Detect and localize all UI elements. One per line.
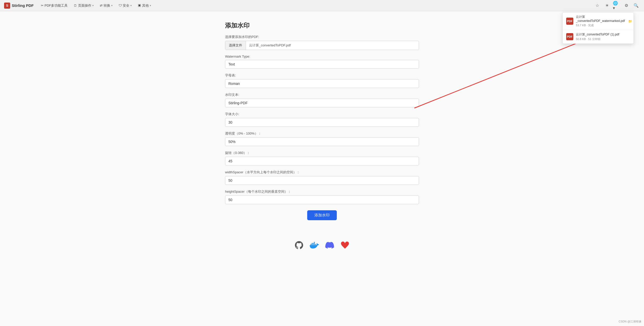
add-watermark-button[interactable]: 添加水印 [307,210,337,220]
width-spacer-input[interactable] [225,176,419,185]
footer [225,236,419,255]
convert-label: ⇄ 转换 [100,3,110,8]
opacity-input[interactable] [225,137,419,146]
file-label: 选择要添加水印的PDF: [225,35,419,39]
font-group: 字母表: [225,73,419,88]
watermark-text-group: 水印文本: [225,93,419,107]
main-content: 添加水印 选择要添加水印的PDF: 选择文件 云计算_convertedToPD… [220,11,424,265]
file-input-row[interactable]: 选择文件 云计算_convertedToPDF.pdf [225,41,419,50]
brand[interactable]: S Stirling PDF [4,3,34,9]
download-popup: PDF 云计算_convertedToPDF_watermarked.pdf 5… [562,12,634,44]
pdf-icon-1: PDF [566,18,573,25]
security-label: 🛡 安全 [119,3,130,8]
download-actions-1: 📁 ↗ [627,18,634,24]
height-spacer-input[interactable] [225,195,419,204]
download-info-1: 云计算_convertedToPDF_watermarked.pdf 53.7 … [576,15,625,27]
watermark-type-label: Watermark Type: [225,55,419,58]
brand-name: Stirling PDF [12,3,34,8]
download-meta-1: 53.7 KB · 完成 [576,23,625,27]
sun-icon[interactable]: ☀ [603,2,611,9]
font-label: 字母表: [225,73,419,78]
nav-icons: ☆ ☀ 🌐 ▾ ⚙ 🔍 [593,2,640,9]
other-caret: ▾ [150,4,151,7]
search-icon[interactable]: 🔍 [632,2,640,9]
selected-filename: 云计算_convertedToPDF.pdf [246,41,419,50]
favorite-icon[interactable]: ☆ [593,2,601,9]
page-ops-caret: ▾ [92,4,94,7]
download-item-2[interactable]: PDF 云计算_convertedToPDF (1).pdf 50.8 KB ·… [563,30,634,44]
width-spacer-label: widthSpacer（水平方向上每个水印之间的空间）： [225,170,419,175]
download-item-1[interactable]: PDF 云计算_convertedToPDF_watermarked.pdf 5… [563,12,634,30]
download-filename-1: 云计算_convertedToPDF_watermarked.pdf [576,15,625,23]
watermark-text-label: 水印文本: [225,93,419,97]
font-size-input[interactable] [225,118,419,127]
nav-security[interactable]: 🛡 安全 ▾ [117,2,134,9]
font-size-group: 字体大小: [225,112,419,127]
rotation-label: 旋转（0-360）： [225,151,419,155]
other-label: ▣ 其他 [138,3,149,8]
download-meta-2: 50.8 KB · 51 分钟前 [576,37,630,41]
file-group: 选择要添加水印的PDF: 选择文件 云计算_convertedToPDF.pdf [225,35,419,50]
nav-convert[interactable]: ⇄ 转换 ▾ [98,2,115,9]
height-spacer-label: heightSpacer（每个水印之间的垂直空间）： [225,189,419,194]
heart-icon[interactable] [340,241,350,250]
watermark-text-input[interactable] [225,99,419,107]
watermark-type-group: Watermark Type: [225,55,419,69]
github-icon[interactable] [294,241,304,250]
brand-logo: S [4,3,10,9]
navbar: S Stirling PDF ✂ PDF多功能工具 🗋 页面操作 ▾ ⇄ 转换 … [0,0,644,11]
watermark-type-input[interactable] [225,60,419,69]
download-filename-2: 云计算_convertedToPDF (1).pdf [576,33,630,37]
nav-page-ops[interactable]: 🗋 页面操作 ▾ [72,2,96,9]
pdf-tools-label: ✂ PDF多功能工具 [41,3,68,8]
rotation-group: 旋转（0-360）： [225,151,419,165]
open-folder-icon-1[interactable]: 📁 [627,18,633,24]
opacity-label: 透明度（0% - 100%）： [225,131,419,136]
nav-pdf-tools[interactable]: ✂ PDF多功能工具 [39,2,70,9]
discord-icon[interactable] [325,241,334,250]
rotation-input[interactable] [225,157,419,165]
pdf-icon-2: PDF [566,33,573,40]
font-input[interactable] [225,79,419,88]
nav-other[interactable]: ▣ 其他 ▾ [136,2,153,9]
height-spacer-group: heightSpacer（每个水印之间的垂直空间）： [225,189,419,204]
download-info-2: 云计算_convertedToPDF (1).pdf 50.8 KB · 51 … [576,33,630,41]
convert-caret: ▾ [111,4,113,7]
font-size-label: 字体大小: [225,112,419,116]
opacity-group: 透明度（0% - 100%）： [225,131,419,146]
gear-icon[interactable]: ⚙ [623,2,630,9]
globe-icon[interactable]: 🌐 ▾ [613,2,621,9]
page-ops-label: 🗋 页面操作 [74,3,91,8]
docker-icon[interactable] [310,241,319,250]
security-caret: ▾ [130,4,132,7]
width-spacer-group: widthSpacer（水平方向上每个水印之间的空间）： [225,170,419,185]
choose-file-button[interactable]: 选择文件 [225,41,246,50]
page-title: 添加水印 [225,21,419,30]
